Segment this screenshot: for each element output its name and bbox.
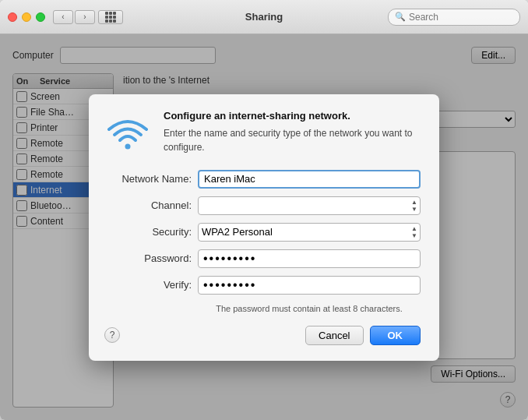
security-select[interactable]: WPA2 Personal WPA Personal None [198,223,421,242]
modal-text: Configure an internet-sharing network. E… [164,110,421,154]
security-row: Security: WPA2 Personal WPA Personal Non… [104,223,421,242]
search-bar[interactable]: 🔍 [388,9,520,26]
close-button[interactable] [8,12,17,22]
modal-form: Network Name: Channel: 1 6 11 [104,170,421,313]
titlebar: ‹ › Sharing 🔍 [0,0,528,34]
modal-title: Configure an internet-sharing network. [164,110,421,122]
help-button-modal[interactable]: ? [104,327,120,343]
network-name-label: Network Name: [104,173,198,185]
main-window: ‹ › Sharing 🔍 Computer Edit... [0,0,528,420]
password-label: Password: [104,252,198,264]
security-label: Security: [104,226,198,238]
modal-dialog: Configure an internet-sharing network. E… [89,94,439,361]
password-input[interactable] [198,249,421,268]
ok-button[interactable]: OK [370,326,421,345]
security-select-wrapper: WPA2 Personal WPA Personal None ▲▼ [198,223,421,242]
back-button[interactable]: ‹ [53,10,73,24]
channel-select[interactable]: 1 6 11 [198,196,421,215]
channel-row: Channel: 1 6 11 ▲▼ [104,196,421,215]
main-content: Computer Edit... On Service Screen File … [0,34,528,420]
svg-point-0 [125,143,131,149]
search-input[interactable] [409,12,513,23]
password-row: Password: [104,249,421,268]
verify-input[interactable] [198,276,421,295]
search-icon: 🔍 [395,12,406,22]
wifi-icon-large [104,113,151,152]
minimize-button[interactable] [22,12,31,22]
grid-icon [105,12,116,23]
channel-select-wrapper: 1 6 11 ▲▼ [198,196,421,215]
password-hint: The password must contain at least 8 cha… [198,304,421,313]
network-name-row: Network Name: [104,170,421,189]
modal-description: Enter the name and security type of the … [164,126,421,154]
forward-button[interactable]: › [75,10,95,24]
modal-overlay: Configure an internet-sharing network. E… [0,34,528,420]
window-title: Sharing [245,11,283,23]
verify-label: Verify: [104,279,198,291]
nav-buttons: ‹ › [53,10,95,24]
modal-footer: ? Cancel OK [104,326,421,345]
network-name-input[interactable] [198,170,421,189]
channel-label: Channel: [104,199,198,211]
cancel-button[interactable]: Cancel [305,326,363,345]
grid-view-button[interactable] [98,10,123,24]
modal-header: Configure an internet-sharing network. E… [104,110,421,154]
verify-row: Verify: [104,276,421,295]
traffic-lights [8,12,45,22]
maximize-button[interactable] [36,12,45,22]
